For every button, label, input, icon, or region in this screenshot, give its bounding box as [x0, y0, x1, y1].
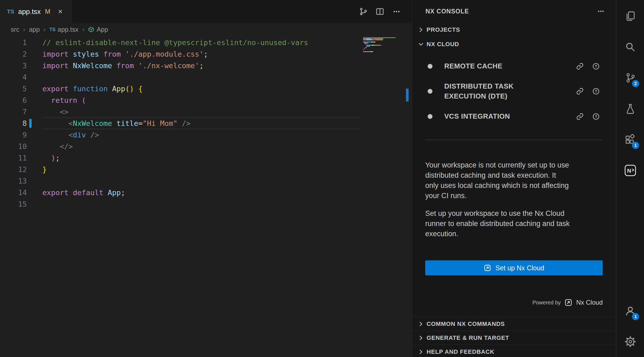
code-line[interactable]: 8 <NxWelcome title="Hi Mom" />	[0, 118, 361, 129]
code-token: from	[116, 61, 134, 70]
line-number[interactable]: 14	[0, 187, 27, 198]
more-actions-icon[interactable]	[392, 7, 401, 16]
code-line[interactable]: 15	[0, 198, 361, 210]
code-line-text: import styles from './app.module.css';	[42, 48, 361, 60]
code-token	[134, 61, 138, 70]
minimap-line	[363, 51, 404, 52]
tab-app-tsx[interactable]: TS app.tsx M	[0, 0, 72, 23]
section-generate-run-target[interactable]: GENERATE & RUN TARGET	[412, 331, 616, 345]
tree-item-vcs-integration[interactable]: VCS INTEGRATION ?	[412, 108, 616, 125]
line-number[interactable]: 13	[0, 175, 27, 187]
section-projects[interactable]: PROJECTS	[412, 23, 616, 37]
line-number[interactable]: 6	[0, 94, 27, 106]
line-number[interactable]: 3	[0, 60, 27, 71]
nx-console-icon[interactable]: N	[616, 155, 644, 186]
code-line[interactable]: 7 <>	[0, 106, 361, 118]
powered-by-brand: Nx Cloud	[576, 299, 603, 306]
line-number[interactable]: 12	[0, 164, 27, 175]
line-number[interactable]: 1	[0, 37, 27, 48]
code-line[interactable]: 9 <div />	[0, 129, 361, 141]
gutter-decorations	[27, 83, 42, 94]
help-question-icon[interactable]: ?	[592, 113, 600, 120]
connect-link-icon[interactable]	[576, 63, 584, 70]
source-control-graph-icon[interactable]	[359, 7, 368, 16]
code-line[interactable]: 11 );	[0, 152, 361, 164]
svg-text:?: ?	[595, 114, 597, 118]
code-line[interactable]: 1// eslint-disable-next-line @typescript…	[0, 37, 361, 48]
code-line-text	[42, 175, 361, 187]
code-line[interactable]: 4	[0, 71, 361, 83]
breadcrumb-src[interactable]: src	[11, 26, 19, 33]
powered-by-row: Powered by Nx Cloud	[412, 298, 616, 307]
line-number[interactable]: 10	[0, 141, 27, 152]
section-label: PROJECTS	[427, 26, 460, 33]
search-icon[interactable]	[616, 31, 644, 62]
account-icon[interactable]: 1	[616, 295, 644, 326]
settings-gear-icon[interactable]	[616, 326, 644, 357]
code-line-text: }	[42, 164, 361, 175]
code-token: App	[103, 188, 121, 197]
breadcrumb-separator: ›	[23, 26, 25, 33]
source-control-icon[interactable]: 2	[616, 62, 644, 93]
breadcrumb-app-folder[interactable]: app	[29, 26, 40, 33]
code-line[interactable]: 13	[0, 175, 361, 187]
section-nx-cloud[interactable]: NX CLOUD	[412, 37, 616, 52]
split-editor-icon[interactable]	[375, 7, 384, 16]
line-number[interactable]: 8	[0, 118, 27, 129]
code-token: =	[138, 119, 143, 128]
code-line-text	[42, 71, 361, 83]
code-token: <	[69, 119, 73, 128]
breadcrumb-symbol-app[interactable]: App	[97, 26, 108, 33]
code-line[interactable]: 10 </>	[0, 141, 361, 152]
help-question-icon[interactable]: ?	[592, 63, 600, 70]
code-line[interactable]: 14export default App;	[0, 187, 361, 198]
tab-title: app.tsx	[18, 8, 41, 16]
code-line-text: // eslint-disable-next-line @typescript-…	[42, 37, 361, 48]
connect-link-icon[interactable]	[576, 113, 584, 120]
divider	[425, 140, 603, 140]
code-token: export	[42, 188, 69, 197]
close-icon[interactable]	[56, 7, 65, 16]
section-label: HELP AND FEEDBACK	[427, 348, 494, 355]
line-number[interactable]: 7	[0, 106, 27, 118]
line-number[interactable]: 5	[0, 83, 27, 94]
line-number[interactable]: 11	[0, 152, 27, 164]
status-dot-icon	[428, 89, 432, 94]
breadcrumb-file[interactable]: app.tsx	[58, 26, 78, 33]
line-number[interactable]: 2	[0, 48, 27, 60]
connect-link-icon[interactable]	[576, 88, 584, 95]
nx-console-panel: NX CONSOLE PROJECTS NX CLOUD	[412, 0, 616, 357]
line-number[interactable]: 15	[0, 198, 27, 210]
section-help-and-feedback[interactable]: HELP AND FEEDBACK	[412, 345, 616, 357]
setup-nx-cloud-button[interactable]: Set up Nx Cloud	[425, 260, 603, 275]
extensions-icon[interactable]: 1	[616, 124, 644, 155]
svg-text:N: N	[627, 167, 631, 174]
line-number[interactable]: 4	[0, 71, 27, 83]
code-token: ;	[199, 61, 203, 70]
beaker-icon[interactable]	[616, 93, 644, 124]
powered-by-label: Powered by	[532, 300, 561, 306]
tree-item-distributed-task-execution[interactable]: DISTRIBUTED TASK EXECUTION (DTE) ?	[412, 78, 616, 104]
code-line[interactable]: 5export function App() {	[0, 83, 361, 94]
minimap[interactable]	[363, 37, 404, 53]
more-actions-icon[interactable]	[597, 7, 605, 16]
code-line[interactable]: 6 return (	[0, 94, 361, 106]
line-number[interactable]: 9	[0, 129, 27, 141]
nx-cloud-logo-icon	[564, 298, 572, 307]
tree-item-label: VCS INTEGRATION	[444, 111, 510, 121]
tree-item-remote-cache[interactable]: REMOTE CACHE ?	[412, 58, 616, 74]
chevron-right-icon	[417, 320, 424, 327]
explorer-icon[interactable]	[616, 1, 644, 31]
code-line[interactable]: 2import styles from './app.module.css';	[0, 48, 361, 60]
code-token: NxWelcome	[69, 61, 117, 70]
code-token: ;	[55, 154, 60, 162]
gutter-decorations	[27, 198, 42, 210]
code-line[interactable]: 3import NxWelcome from './nx-welcome';	[0, 60, 361, 71]
code-line[interactable]: 12}	[0, 164, 361, 175]
account-badge: 1	[632, 313, 639, 320]
help-question-icon[interactable]: ?	[592, 88, 600, 95]
minimap-line	[363, 39, 404, 40]
section-common-nx-commands[interactable]: COMMON NX COMMANDS	[412, 317, 616, 331]
code-token: // eslint-disable-next-line @typescript-…	[42, 38, 308, 47]
code-token: />	[177, 119, 191, 128]
